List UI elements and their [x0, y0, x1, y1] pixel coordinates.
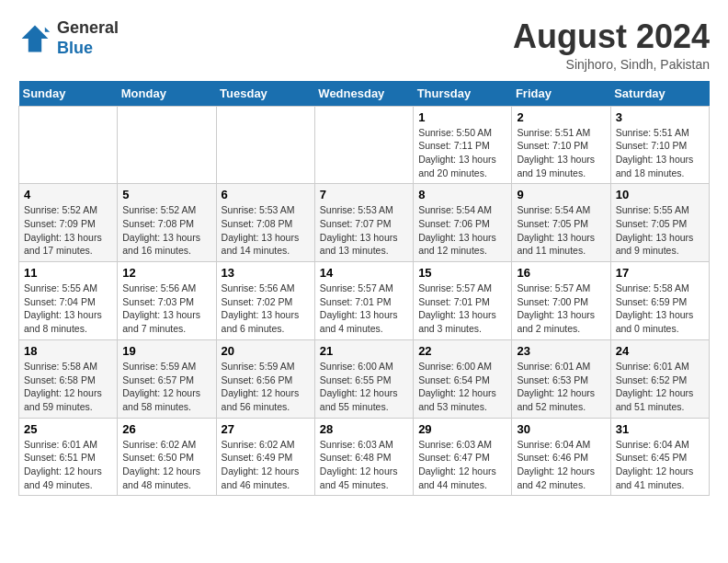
day-number: 11	[24, 266, 112, 280]
calendar-cell	[216, 106, 314, 184]
day-info: Sunrise: 5:54 AM Sunset: 7:05 PM Dayligh…	[517, 203, 605, 258]
day-info: Sunrise: 5:50 AM Sunset: 7:11 PM Dayligh…	[418, 126, 506, 180]
calendar-cell: 23Sunrise: 6:01 AM Sunset: 6:53 PM Dayli…	[512, 339, 610, 418]
day-number: 14	[320, 266, 408, 280]
day-info: Sunrise: 6:01 AM Sunset: 6:52 PM Dayligh…	[616, 360, 704, 414]
day-number: 25	[24, 422, 112, 436]
title-block: August 2024 Sinjhoro, Sindh, Pakistan	[513, 18, 710, 72]
day-number: 18	[24, 344, 112, 358]
calendar-week-2: 4Sunrise: 5:52 AM Sunset: 7:09 PM Daylig…	[19, 184, 710, 262]
day-number: 24	[616, 344, 704, 358]
logo-icon	[18, 22, 51, 55]
logo-general: General	[57, 18, 119, 37]
weekday-header-thursday: Thursday	[414, 81, 512, 107]
calendar-cell: 29Sunrise: 6:03 AM Sunset: 6:47 PM Dayli…	[414, 418, 512, 496]
day-info: Sunrise: 5:59 AM Sunset: 6:57 PM Dayligh…	[122, 360, 210, 414]
day-number: 23	[517, 344, 605, 358]
day-number: 6	[222, 188, 310, 201]
day-info: Sunrise: 6:04 AM Sunset: 6:45 PM Dayligh…	[616, 438, 704, 492]
calendar-cell: 21Sunrise: 6:00 AM Sunset: 6:55 PM Dayli…	[314, 339, 413, 418]
calendar-cell	[118, 106, 216, 184]
day-info: Sunrise: 5:59 AM Sunset: 6:56 PM Dayligh…	[222, 360, 310, 414]
weekday-header-tuesday: Tuesday	[216, 81, 314, 107]
calendar-cell: 1Sunrise: 5:50 AM Sunset: 7:11 PM Daylig…	[414, 106, 512, 184]
svg-marker-0	[22, 25, 49, 52]
day-info: Sunrise: 5:51 AM Sunset: 7:10 PM Dayligh…	[616, 126, 704, 180]
day-info: Sunrise: 6:04 AM Sunset: 6:46 PM Dayligh…	[517, 438, 605, 492]
day-number: 16	[517, 266, 605, 280]
day-number: 19	[122, 344, 210, 358]
day-info: Sunrise: 5:58 AM Sunset: 6:59 PM Dayligh…	[616, 282, 704, 336]
logo-blue: Blue	[57, 39, 93, 57]
day-info: Sunrise: 6:01 AM Sunset: 6:53 PM Dayligh…	[517, 360, 605, 414]
calendar-cell: 26Sunrise: 6:02 AM Sunset: 6:50 PM Dayli…	[118, 418, 216, 496]
day-info: Sunrise: 5:55 AM Sunset: 7:04 PM Dayligh…	[24, 282, 112, 336]
day-number: 31	[616, 422, 704, 436]
calendar-cell: 27Sunrise: 6:02 AM Sunset: 6:49 PM Dayli…	[216, 418, 314, 496]
logo-text: General Blue	[57, 18, 119, 58]
day-number: 28	[320, 422, 408, 436]
day-number: 3	[616, 110, 704, 124]
calendar-cell: 2Sunrise: 5:51 AM Sunset: 7:10 PM Daylig…	[512, 106, 610, 184]
day-number: 29	[418, 422, 506, 436]
calendar-cell: 31Sunrise: 6:04 AM Sunset: 6:45 PM Dayli…	[610, 418, 709, 496]
day-info: Sunrise: 6:02 AM Sunset: 6:50 PM Dayligh…	[122, 438, 210, 492]
day-info: Sunrise: 5:55 AM Sunset: 7:05 PM Dayligh…	[616, 203, 704, 258]
location-subtitle: Sinjhoro, Sindh, Pakistan	[513, 57, 710, 72]
day-info: Sunrise: 6:03 AM Sunset: 6:48 PM Dayligh…	[320, 438, 408, 492]
day-info: Sunrise: 5:56 AM Sunset: 7:03 PM Dayligh…	[122, 282, 210, 336]
day-number: 5	[122, 188, 210, 201]
calendar-cell	[19, 106, 118, 184]
calendar-cell: 20Sunrise: 5:59 AM Sunset: 6:56 PM Dayli…	[216, 339, 314, 418]
day-number: 7	[320, 188, 408, 201]
calendar-cell: 15Sunrise: 5:57 AM Sunset: 7:01 PM Dayli…	[414, 262, 512, 340]
day-number: 1	[418, 110, 506, 124]
logo: General Blue	[18, 18, 119, 58]
day-number: 21	[320, 344, 408, 358]
calendar-cell: 3Sunrise: 5:51 AM Sunset: 7:10 PM Daylig…	[610, 106, 709, 184]
day-info: Sunrise: 5:57 AM Sunset: 7:01 PM Dayligh…	[320, 282, 408, 336]
weekday-header-row: SundayMondayTuesdayWednesdayThursdayFrid…	[19, 81, 710, 107]
day-number: 12	[122, 266, 210, 280]
day-info: Sunrise: 5:57 AM Sunset: 7:01 PM Dayligh…	[418, 282, 506, 336]
day-number: 9	[517, 188, 605, 201]
weekday-header-sunday: Sunday	[19, 81, 118, 107]
day-number: 10	[616, 188, 704, 201]
weekday-header-friday: Friday	[512, 81, 610, 107]
calendar-week-5: 25Sunrise: 6:01 AM Sunset: 6:51 PM Dayli…	[19, 418, 710, 496]
day-info: Sunrise: 5:56 AM Sunset: 7:02 PM Dayligh…	[222, 282, 310, 336]
day-number: 22	[418, 344, 506, 358]
weekday-header-wednesday: Wednesday	[314, 81, 413, 107]
calendar-cell: 11Sunrise: 5:55 AM Sunset: 7:04 PM Dayli…	[19, 262, 118, 340]
calendar-week-4: 18Sunrise: 5:58 AM Sunset: 6:58 PM Dayli…	[19, 339, 710, 418]
day-info: Sunrise: 5:52 AM Sunset: 7:08 PM Dayligh…	[122, 203, 210, 258]
calendar-cell: 28Sunrise: 6:03 AM Sunset: 6:48 PM Dayli…	[314, 418, 413, 496]
calendar-cell: 22Sunrise: 6:00 AM Sunset: 6:54 PM Dayli…	[414, 339, 512, 418]
calendar-cell: 10Sunrise: 5:55 AM Sunset: 7:05 PM Dayli…	[610, 184, 709, 262]
calendar-week-1: 1Sunrise: 5:50 AM Sunset: 7:11 PM Daylig…	[19, 106, 710, 184]
day-info: Sunrise: 5:54 AM Sunset: 7:06 PM Dayligh…	[418, 203, 506, 258]
page-header: General Blue August 2024 Sinjhoro, Sindh…	[18, 18, 710, 72]
svg-marker-1	[45, 27, 50, 31]
calendar-cell: 4Sunrise: 5:52 AM Sunset: 7:09 PM Daylig…	[19, 184, 118, 262]
day-info: Sunrise: 5:53 AM Sunset: 7:07 PM Dayligh…	[320, 203, 408, 258]
calendar-cell: 12Sunrise: 5:56 AM Sunset: 7:03 PM Dayli…	[118, 262, 216, 340]
weekday-header-monday: Monday	[118, 81, 216, 107]
calendar-cell: 7Sunrise: 5:53 AM Sunset: 7:07 PM Daylig…	[314, 184, 413, 262]
calendar-week-3: 11Sunrise: 5:55 AM Sunset: 7:04 PM Dayli…	[19, 262, 710, 340]
day-number: 15	[418, 266, 506, 280]
calendar-cell: 30Sunrise: 6:04 AM Sunset: 6:46 PM Dayli…	[512, 418, 610, 496]
calendar-cell: 25Sunrise: 6:01 AM Sunset: 6:51 PM Dayli…	[19, 418, 118, 496]
calendar-cell: 8Sunrise: 5:54 AM Sunset: 7:06 PM Daylig…	[414, 184, 512, 262]
day-info: Sunrise: 5:51 AM Sunset: 7:10 PM Dayligh…	[517, 126, 605, 180]
day-info: Sunrise: 6:02 AM Sunset: 6:49 PM Dayligh…	[222, 438, 310, 492]
day-info: Sunrise: 5:58 AM Sunset: 6:58 PM Dayligh…	[24, 360, 112, 414]
day-number: 2	[517, 110, 605, 124]
calendar-cell: 16Sunrise: 5:57 AM Sunset: 7:00 PM Dayli…	[512, 262, 610, 340]
day-number: 4	[24, 188, 112, 201]
calendar-cell: 18Sunrise: 5:58 AM Sunset: 6:58 PM Dayli…	[19, 339, 118, 418]
calendar-cell: 17Sunrise: 5:58 AM Sunset: 6:59 PM Dayli…	[610, 262, 709, 340]
weekday-header-saturday: Saturday	[610, 81, 709, 107]
calendar-cell: 24Sunrise: 6:01 AM Sunset: 6:52 PM Dayli…	[610, 339, 709, 418]
day-info: Sunrise: 6:01 AM Sunset: 6:51 PM Dayligh…	[24, 438, 112, 492]
